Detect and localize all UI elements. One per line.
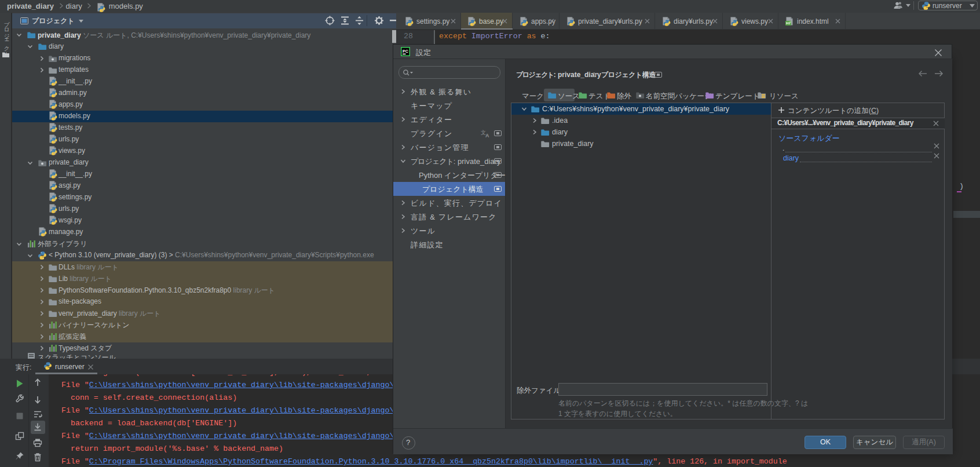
svg-text:A: A [485,133,489,137]
svg-text:PC: PC [403,49,408,53]
